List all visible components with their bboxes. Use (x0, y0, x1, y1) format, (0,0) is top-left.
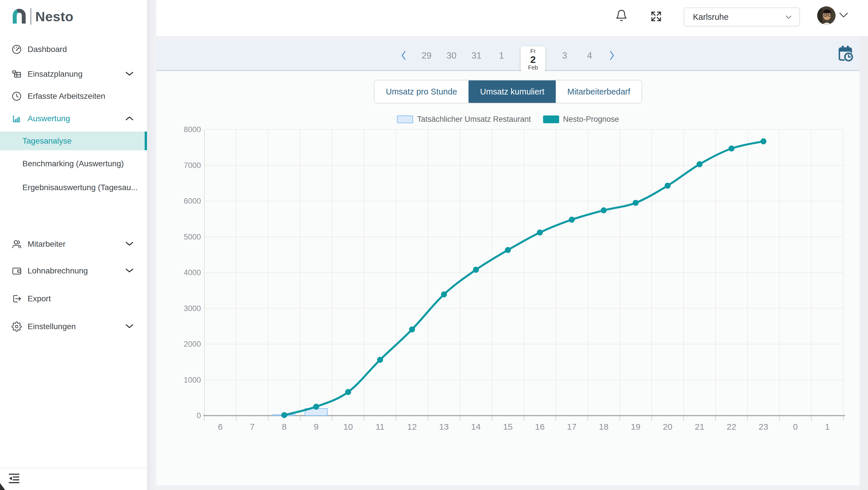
tab-umsatz-kumuliert[interactable]: Umsatz kumuliert (469, 80, 556, 103)
top-header: Karlsruhe (156, 0, 868, 36)
legend-label: Tatsächlicher Umsatz Restaurant (417, 115, 531, 124)
date-option[interactable]: 29 (421, 51, 432, 61)
sidebar-item-mitarbeiter[interactable]: Mitarbeiter (0, 236, 147, 252)
sidebar-subitem-ergebnisauswertung[interactable]: Ergebnisauswertung (Tagesau... (0, 179, 147, 196)
bell-icon[interactable] (615, 9, 628, 23)
svg-text:20: 20 (663, 422, 672, 431)
selected-weekday: Fr (521, 48, 546, 55)
date-option[interactable]: 4 (584, 51, 595, 61)
forecast-swatch (543, 115, 559, 123)
bar-chart-icon (11, 113, 22, 124)
svg-text:21: 21 (694, 422, 704, 431)
svg-text:3000: 3000 (184, 304, 201, 313)
brand-logo[interactable]: Nesto (12, 7, 73, 25)
export-icon (11, 293, 22, 304)
svg-text:6: 6 (218, 422, 223, 431)
tab-umsatz-pro-stunde[interactable]: Umsatz pro Stunde (374, 80, 468, 103)
svg-text:8000: 8000 (184, 125, 201, 134)
svg-text:17: 17 (567, 422, 577, 431)
sidebar: Nesto Dashboard Einsatzplanung Erfasste … (0, 0, 147, 490)
user-avatar[interactable] (817, 6, 836, 25)
view-tabs: Umsatz pro Stunde Umsatz kumuliert Mitar… (374, 80, 642, 104)
previous-day-chevron-icon[interactable] (400, 51, 407, 61)
selected-month: Feb (521, 64, 546, 71)
chevron-down-icon (125, 71, 134, 77)
sidebar-item-label: Einsatzplanung (28, 69, 82, 79)
selected-date-card[interactable]: Fr 2 Feb (521, 46, 546, 71)
svg-text:10: 10 (343, 422, 353, 431)
sidebar-item-einsatzplanung[interactable]: Einsatzplanung (0, 66, 147, 82)
location-select-value: Karlsruhe (693, 12, 728, 22)
svg-text:7000: 7000 (184, 161, 201, 170)
sidebar-subitem-benchmarking[interactable]: Benchmarking (Auswertung) (0, 155, 147, 172)
tab-mitarbeiterbedarf[interactable]: Mitarbeiterbedarf (556, 80, 642, 103)
sidebar-item-label: Mitarbeiter (28, 239, 65, 249)
chart-legend: Tatsächlicher Umsatz Restaurant Nesto-Pr… (156, 115, 860, 124)
date-option[interactable]: 31 (471, 51, 482, 61)
svg-text:6000: 6000 (184, 197, 201, 205)
chevron-down-icon (785, 15, 792, 20)
chevron-down-icon (125, 241, 134, 247)
page-scroll-gutter (860, 36, 868, 490)
chevron-up-icon (125, 116, 134, 121)
date-navigation: 29 30 31 1 Fr 2 Feb 3 4 (400, 41, 616, 70)
svg-text:1: 1 (825, 422, 830, 431)
date-option[interactable]: 1 (496, 51, 507, 61)
svg-text:22: 22 (727, 422, 736, 431)
nesto-logo-icon (12, 7, 26, 25)
svg-text:13: 13 (439, 422, 448, 431)
clock-icon (11, 91, 22, 102)
svg-text:16: 16 (535, 422, 545, 431)
svg-text:14: 14 (471, 422, 480, 431)
analysis-panel: Umsatz pro Stunde Umsatz kumuliert Mitar… (156, 71, 860, 485)
sidebar-item-label: Einstellungen (28, 322, 76, 331)
sidebar-footer-divider (0, 468, 147, 468)
legend-item-nesto-prognose[interactable]: Nesto-Prognose (543, 115, 619, 124)
sidebar-item-label: Lohnabrechnung (28, 266, 88, 276)
sidebar-subitem-label: Tagesanalyse (22, 137, 71, 146)
sidebar-item-label: Export (28, 294, 51, 303)
sidebar-item-label: Dashboard (28, 45, 67, 54)
wallet-icon (11, 266, 22, 276)
sidebar-scroll-gutter (147, 0, 156, 490)
legend-label: Nesto-Prognose (563, 115, 619, 124)
svg-text:19: 19 (631, 422, 640, 431)
sidebar-subitem-label: Benchmarking (Auswertung) (22, 159, 124, 168)
svg-text:23: 23 (758, 422, 768, 431)
date-navigation-bar: 29 30 31 1 Fr 2 Feb 3 4 (156, 41, 860, 71)
corner-fragment (0, 483, 5, 490)
users-icon (11, 239, 22, 249)
svg-text:7: 7 (250, 422, 255, 431)
svg-text:15: 15 (503, 422, 513, 431)
svg-text:0: 0 (793, 422, 798, 431)
sidebar-item-export[interactable]: Export (0, 291, 147, 307)
sidebar-item-erfasste-arbeitszeiten[interactable]: Erfasste Arbeitszeiten (0, 88, 147, 104)
collapse-sidebar-icon[interactable] (8, 472, 20, 484)
next-day-chevron-icon[interactable] (609, 51, 616, 61)
sidebar-item-einstellungen[interactable]: Einstellungen (0, 319, 147, 335)
sidebar-subitem-label: Ergebnisauswertung (Tagesau... (22, 183, 138, 192)
svg-text:0: 0 (197, 411, 201, 420)
sidebar-item-label: Auswertung (28, 114, 70, 123)
svg-text:1000: 1000 (184, 376, 201, 384)
sidebar-item-lohnabrechnung[interactable]: Lohnabrechnung (0, 263, 147, 279)
location-select[interactable]: Karlsruhe (684, 7, 800, 26)
sidebar-item-dashboard[interactable]: Dashboard (0, 41, 147, 57)
svg-text:12: 12 (407, 422, 417, 431)
cumulative-revenue-chart[interactable]: 0100020003000400050006000700080006789101… (161, 123, 856, 437)
selected-day-number: 2 (521, 55, 546, 64)
svg-text:2000: 2000 (184, 340, 201, 348)
user-menu-chevron-icon[interactable] (838, 12, 849, 19)
nesto-app: { "brand": {"logo_letter": "n", "logo_te… (0, 0, 868, 490)
legend-item-actual-revenue[interactable]: Tatsächlicher Umsatz Restaurant (397, 115, 531, 124)
date-option[interactable]: 30 (446, 51, 457, 61)
fullscreen-expand-icon[interactable] (650, 10, 662, 22)
dashboard-gauge-icon (11, 44, 22, 55)
sidebar-subitem-tagesanalyse[interactable]: Tagesanalyse (0, 132, 147, 150)
date-option[interactable]: 3 (559, 51, 570, 61)
svg-text:18: 18 (599, 422, 609, 431)
calendar-clock-icon[interactable] (838, 45, 854, 63)
sidebar-item-auswertung[interactable]: Auswertung (0, 111, 147, 127)
svg-text:9: 9 (314, 422, 319, 431)
svg-text:4000: 4000 (184, 268, 201, 277)
